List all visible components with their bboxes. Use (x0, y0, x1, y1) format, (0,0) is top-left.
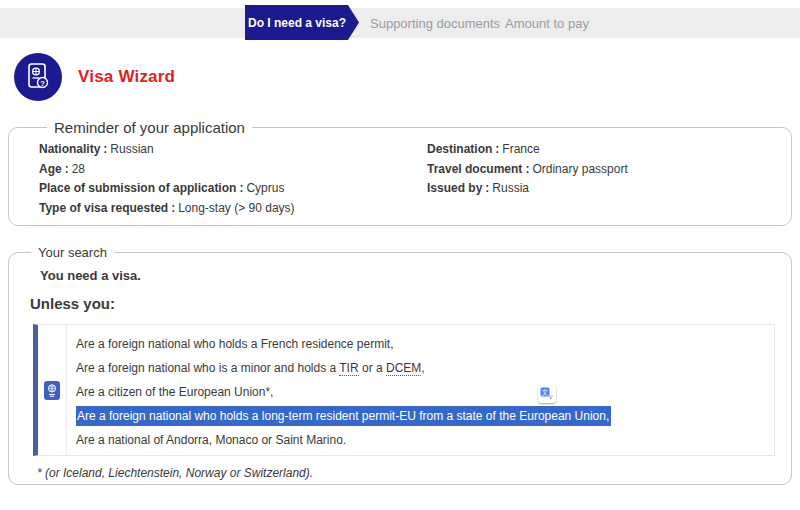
passport-globe-icon (44, 381, 60, 400)
tab-do-i-need-a-visa-label: Do I need a visa? (248, 16, 346, 30)
page-title: Visa Wizard (78, 67, 175, 87)
tab-supporting-documents[interactable]: Supporting documents (370, 16, 500, 31)
field-place-of-submission-value: Cyprus (246, 181, 284, 195)
selected-text: Are a foreign national who holds a long-… (76, 406, 611, 426)
inactive-steps: Supporting documents Amount to pay (370, 8, 589, 38)
field-nationality: Nationality:Russian (39, 140, 427, 160)
field-place-of-submission: Place of submission of application:Cypru… (39, 179, 427, 199)
your-search-legend: Your search (31, 245, 114, 260)
exception-item-eu-citizen: Are a citizen of the European Union*, (76, 380, 774, 404)
tab-amount-to-pay[interactable]: Amount to pay (505, 16, 589, 31)
exception-item-residence-permit: Are a foreign national who holds a Frenc… (76, 332, 774, 356)
unless-heading: Unless you: (30, 295, 777, 312)
field-age: Age:28 (39, 160, 427, 180)
svg-text:文: 文 (542, 388, 549, 396)
field-visa-type-value: Long-stay (> 90 days) (178, 201, 294, 215)
field-age-value: 28 (72, 162, 85, 176)
exceptions-list: Are a foreign national who holds a Frenc… (33, 324, 775, 456)
reminder-legend: Reminder of your application (47, 119, 252, 136)
exception-item-long-term-permit: Are a foreign national who holds a long-… (76, 404, 774, 428)
tab-do-i-need-a-visa[interactable]: Do I need a visa? (245, 5, 359, 40)
field-visa-type: Type of visa requested:Long-stay (> 90 d… (39, 199, 427, 219)
translate-icon[interactable]: 文 A (538, 385, 556, 403)
field-nationality-value: Russian (110, 142, 153, 156)
field-travel-document: Travel document:Ordinary passport (427, 160, 779, 180)
exception-item-minor-tir-dcem: Are a foreign national who is a minor an… (76, 356, 774, 380)
abbr-tir: TIR (339, 361, 358, 376)
visa-wizard-page: Do I need a visa? Supporting documents A… (0, 0, 800, 510)
field-issued-by: Issued by:Russia (427, 179, 779, 199)
brand-header: ? Visa Wizard (14, 53, 175, 101)
footnote-eea-countries: * (or Iceland, Liechtenstein, Norway or … (37, 466, 777, 480)
your-search-section: Your search You need a visa. Unless you:… (8, 245, 792, 485)
exception-item-andorra-monaco: Are a national of Andorra, Monaco or Sai… (76, 428, 774, 452)
svg-text:?: ? (40, 79, 45, 88)
field-issued-by-value: Russia (492, 181, 529, 195)
field-destination: Destination:France (427, 140, 779, 160)
abbr-dcem: DCEM (386, 361, 421, 376)
field-travel-document-value: Ordinary passport (532, 162, 627, 176)
visa-wizard-logo-icon: ? (14, 53, 62, 101)
field-destination-value: France (502, 142, 539, 156)
visa-result-text: You need a visa. (40, 268, 777, 283)
passport-icon: ? (23, 61, 53, 93)
reminder-section: Reminder of your application Nationality… (8, 119, 792, 226)
exceptions-icon-cell (38, 325, 67, 455)
